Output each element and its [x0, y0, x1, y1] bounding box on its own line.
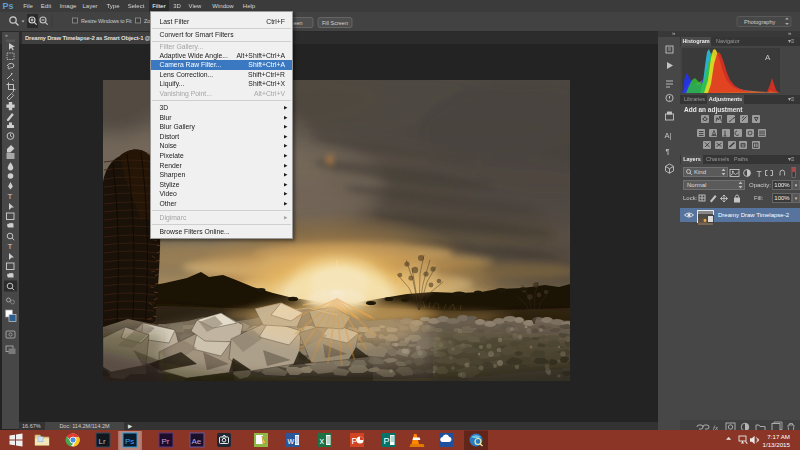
svg-text:Pr: Pr	[162, 437, 170, 446]
svg-text:T: T	[757, 169, 762, 179]
svg-text:A: A	[765, 53, 771, 62]
svg-text:x: x	[320, 436, 325, 446]
svg-text:A|: A|	[665, 131, 672, 140]
svg-text:w: w	[287, 436, 295, 446]
svg-text:T: T	[8, 192, 13, 201]
svg-text:T: T	[8, 242, 13, 251]
svg-text:Ae: Ae	[192, 437, 202, 446]
svg-text:»: »	[5, 32, 8, 38]
svg-text:P: P	[384, 436, 390, 446]
svg-text:een: een	[293, 20, 302, 26]
svg-text:¶: ¶	[666, 147, 670, 156]
svg-text:Fill Screen: Fill Screen	[322, 20, 348, 26]
svg-text:1/13/2015: 1/13/2015	[762, 441, 790, 448]
svg-text:Photography: Photography	[744, 19, 775, 25]
svg-text:Ps: Ps	[125, 437, 134, 446]
svg-text:7:17 AM: 7:17 AM	[767, 433, 790, 440]
svg-text:Lr: Lr	[99, 437, 106, 446]
